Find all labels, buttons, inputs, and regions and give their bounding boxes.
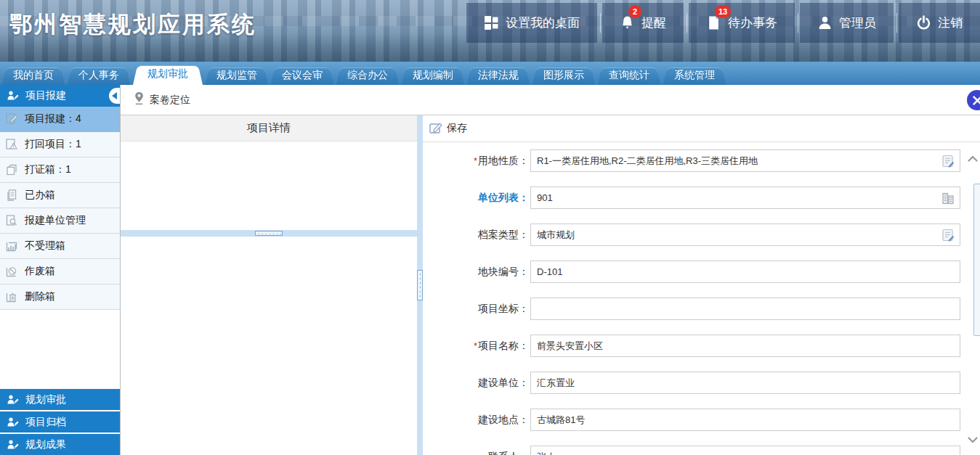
header-action-button[interactable]: 2 提醒 xyxy=(602,3,684,43)
field-input[interactable] xyxy=(530,298,960,320)
header-action-label: 待办事务 xyxy=(728,15,777,31)
sidebar-section-project-filing[interactable]: 项目报建 xyxy=(0,85,120,107)
nav-tab[interactable]: 会议会审 xyxy=(271,65,333,85)
sidebar-item-label: 打证箱：1 xyxy=(25,163,71,176)
app-title: 鄂州智慧规划应用系统 xyxy=(9,9,256,40)
nav-tab-label: 规划监管 xyxy=(216,69,257,82)
field-input[interactable]: 前景头安置小区 xyxy=(530,335,960,357)
close-x-icon xyxy=(973,96,980,105)
sidebar-section[interactable]: 规划审批 xyxy=(0,389,120,410)
sidebar-item[interactable]: 删除箱 xyxy=(0,284,120,310)
nav-tab-label: 查询统计 xyxy=(609,69,649,82)
splitter-drag-handle[interactable] xyxy=(417,270,423,300)
required-mark: * xyxy=(474,340,477,351)
sidebar-item[interactable]: 打证箱：1 xyxy=(0,157,120,183)
form-field-row: 档案类型： 城市规划 xyxy=(423,224,980,247)
vertical-splitter[interactable] xyxy=(417,115,423,455)
user-icon xyxy=(817,15,833,30)
scrollbar-thumb[interactable] xyxy=(973,184,980,336)
field-value: 前景头安置小区 xyxy=(537,340,603,353)
sidebar-item[interactable]: 项目报建：4 xyxy=(0,107,120,132)
field-input[interactable]: 古城路81号 xyxy=(530,409,960,431)
field-input[interactable]: D-101 xyxy=(530,261,960,283)
nav-tab[interactable]: 规划编制 xyxy=(402,65,464,85)
header-action-button[interactable]: 管理员 xyxy=(800,3,894,43)
sidebar-item[interactable]: 打回项目：1 xyxy=(0,132,120,157)
sidebar-section[interactable]: 项目归档 xyxy=(0,411,120,433)
sidebar-section-title: 项目归档 xyxy=(25,416,66,429)
sidebar-collapse-button[interactable] xyxy=(109,88,120,104)
project-detail-panel: 项目详情 xyxy=(121,115,417,455)
doc-search-icon xyxy=(5,214,19,227)
form-field-row: *用地性质： R1-一类居住用地,R2-二类居住用地,R3-三类居住用地 xyxy=(423,149,980,173)
form-scrollbar[interactable] xyxy=(965,142,980,455)
header-actions: 设置我的桌面 2 提醒 13 待办事务 管理员 注销 xyxy=(461,3,980,43)
nav-tab[interactable]: 我的首页 xyxy=(2,65,65,85)
case-locate-button[interactable]: 案卷定位 xyxy=(134,91,190,108)
form-body: *用地性质： R1-一类居住用地,R2-二类居住用地,R3-三类居住用地 单位列… xyxy=(423,142,980,455)
sidebar-item[interactable]: 作废箱 xyxy=(0,259,120,284)
nav-tab[interactable]: 查询统计 xyxy=(598,65,660,85)
sidebar-section-title: 项目报建 xyxy=(25,89,66,102)
scroll-up-arrow[interactable] xyxy=(968,152,978,165)
field-label: 项目坐标： xyxy=(423,298,529,316)
horizontal-splitter[interactable] xyxy=(121,230,417,237)
field-label: 建设地点： xyxy=(423,409,529,427)
required-mark: * xyxy=(474,155,477,166)
sidebar: 项目报建 项目报建：4 打回项目：1 打证箱：1 已办箱 xyxy=(0,85,121,455)
edit-note-icon[interactable] xyxy=(941,154,955,168)
scroll-down-arrow[interactable] xyxy=(968,433,978,446)
nav-tab[interactable]: 综合办公 xyxy=(336,65,399,85)
sidebar-item-label: 已办箱 xyxy=(25,189,55,202)
nav-tab[interactable]: 系统管理 xyxy=(663,65,726,85)
nav-tab-label: 系统管理 xyxy=(674,69,715,82)
sidebar-item-label: 删除箱 xyxy=(25,290,55,303)
field-input[interactable]: 张大 xyxy=(530,446,960,455)
header-action-button[interactable]: 注销 xyxy=(899,3,980,43)
nav-tab-label: 我的首页 xyxy=(13,69,54,82)
sidebar-bottom-sections: 规划审批 项目归档 规划成果 xyxy=(0,388,120,455)
nav-tab[interactable]: 图形展示 xyxy=(532,65,595,85)
nav-tab[interactable]: 个人事务 xyxy=(68,65,130,85)
notification-badge: 2 xyxy=(628,5,641,18)
content-area: 案卷定位 项目详情 xyxy=(121,85,980,455)
project-detail-bottom-pane xyxy=(121,237,417,455)
nav-tab-label: 规划审批 xyxy=(147,67,188,81)
form-field-row: 单位列表： 901 xyxy=(423,186,980,210)
field-label: 档案类型： xyxy=(423,224,529,242)
nav-tab-label: 综合办公 xyxy=(347,69,388,82)
field-value: 901 xyxy=(537,192,553,203)
sidebar-item[interactable]: 不受理箱 xyxy=(0,234,120,259)
nav-tab[interactable]: 规划审批 xyxy=(133,63,203,85)
field-input[interactable]: R1-一类居住用地,R2-二类居住用地,R3-三类居住用地 xyxy=(530,149,960,172)
field-label: 联系人： xyxy=(423,446,529,455)
project-detail-panel-title: 项目详情 xyxy=(121,115,417,142)
sidebar-section-title: 规划审批 xyxy=(25,393,66,406)
header-action-label: 管理员 xyxy=(839,15,876,31)
field-input[interactable]: 汇东置业 xyxy=(530,372,960,394)
chevron-left-icon xyxy=(112,92,117,99)
sidebar-item[interactable]: 报建单位管理 xyxy=(0,208,120,234)
nav-tab-label: 规划编制 xyxy=(413,69,453,82)
save-button[interactable]: 保存 xyxy=(429,121,467,136)
app-header: 鄂州智慧规划应用系统 设置我的桌面 2 提醒 13 待办事务 管理员 xyxy=(0,0,980,62)
close-button[interactable] xyxy=(967,90,980,110)
field-input[interactable]: 城市规划 xyxy=(530,224,960,246)
nav-tab[interactable]: 法律法规 xyxy=(467,65,530,85)
field-value: R1-一类居住用地,R2-二类居住用地,R3-三类居住用地 xyxy=(537,155,758,168)
splitter-drag-handle[interactable] xyxy=(255,231,283,236)
nav-tab[interactable]: 规划监管 xyxy=(206,65,268,85)
field-input[interactable]: 901 xyxy=(530,186,960,209)
header-action-button[interactable]: 13 待办事务 xyxy=(689,3,795,43)
person-edit-icon xyxy=(7,394,20,406)
header-action-button[interactable]: 设置我的桌面 xyxy=(466,3,597,43)
sidebar-item[interactable]: 已办箱 xyxy=(0,183,120,208)
building-icon[interactable] xyxy=(941,191,955,205)
edit-note-icon[interactable] xyxy=(941,228,955,242)
save-button-label: 保存 xyxy=(447,122,467,135)
void-box-icon xyxy=(5,265,19,278)
nav-tab-label: 个人事务 xyxy=(78,69,119,82)
form-toolbar: 保存 xyxy=(423,115,980,142)
project-detail-top-pane xyxy=(121,142,417,230)
sidebar-section[interactable]: 规划成果 xyxy=(0,434,120,455)
